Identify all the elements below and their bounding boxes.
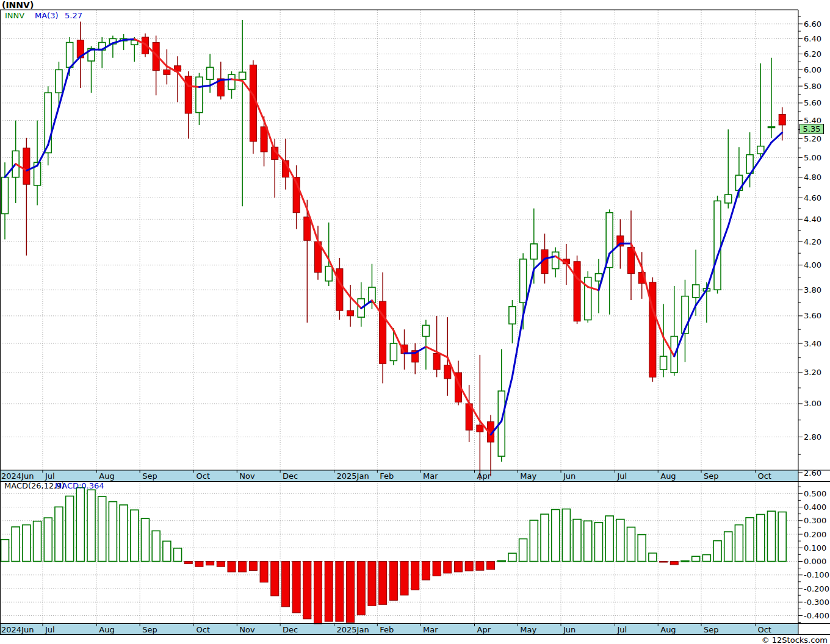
macd-bar-negative [465,562,473,571]
macd-bar-negative [411,562,419,590]
candle-down [574,262,580,321]
macd-bar-positive [34,521,42,562]
macd-bar-positive [692,556,700,561]
macd-bar-positive [767,511,775,561]
macd-bar-positive [541,514,549,561]
month-label: Nov [239,471,255,481]
macd-bar-positive [649,553,657,562]
month-label: Jul [45,471,55,481]
macd-bar-positive [23,525,31,562]
macd-bar-negative [379,562,387,605]
price-axis-label: 5.80 [804,82,821,91]
macd-legend-value: MACD:0.364 [55,481,104,490]
macd-bar-negative [336,562,344,622]
macd-bar-positive [616,520,624,562]
macd-bar-negative [660,562,668,563]
macd-axis-label: -0.400 [804,611,829,620]
macd-bar-positive [44,518,52,561]
price-axis-label: 4.60 [804,193,821,202]
copyright-watermark: © 12Stocks.com [762,635,828,644]
last-price-tag: 5.35 [799,124,824,134]
macd-bar-positive [55,507,63,561]
macd-axis-label: -0.100 [804,570,829,579]
ma3-line-segment [405,353,416,354]
candle-down [336,269,343,311]
macd-bar-positive [120,505,128,562]
candle-up [693,285,699,298]
macd-bar-negative [228,562,236,572]
price-axis-label: 5.00 [804,153,821,162]
month-label: Jul [616,625,627,634]
macd-bar-negative [389,562,397,601]
macd-axis-label: 0.500 [804,489,826,498]
candle-up [552,252,559,268]
month-label: Jun [563,625,576,634]
price-axis-label: 4.20 [804,237,821,246]
price-axis-label: 4.80 [804,173,821,182]
month-label: Aug [660,471,676,481]
month-label: 2024Jun [1,471,34,481]
price-axis-label: 6.20 [804,49,821,59]
macd-bar-positive [702,555,710,562]
macd-axis-label: 0.100 [804,543,826,553]
macd-bar-positive [141,518,149,561]
candle-down [477,425,483,432]
month-label: Jul [616,471,627,481]
candle-down [250,65,256,141]
macd-bar-negative [271,562,279,596]
month-label: Oct [757,471,771,481]
price-axis-label: 2.60 [804,468,821,478]
price-axis-label: 5.60 [804,98,821,107]
month-label: Aug [660,625,676,634]
macd-axis-label: 0.400 [804,503,826,512]
macd-bar-positive [746,518,754,562]
month-label: Aug [99,471,114,481]
macd-bar-positive [66,496,74,561]
macd-bar-negative [314,562,322,624]
macd-bar-positive [508,553,516,561]
macd-bar-negative [347,562,355,623]
macd-bar-negative [292,562,300,613]
macd-axis-label: 0.000 [804,557,826,566]
candle-up [239,72,246,79]
macd-bar-positive [681,561,689,562]
macd-bar-positive [174,548,182,562]
ma3-line-segment [189,86,200,87]
month-label: Apr [477,471,491,481]
macd-bar-positive [519,539,527,562]
month-label: Jul [45,625,55,634]
candle-up [2,177,9,214]
symbol-label: INNV [5,11,24,20]
month-label: Oct [757,625,771,634]
macd-axis-label: 0.200 [804,530,826,539]
macd-bar-positive [638,535,646,562]
macd-bar-positive [713,541,721,562]
candle-up [67,43,73,68]
macd-bar-positive [163,541,171,561]
macd-bar-positive [98,496,106,561]
month-label: Oct [197,471,210,481]
macd-bar-negative [249,562,257,571]
macd-bar-positive [778,512,786,562]
macd-bar-negative [444,562,452,573]
macd-bar-positive [87,490,95,561]
month-label: Dec [283,625,298,634]
macd-bar-negative [260,562,268,582]
candle-up [56,70,62,93]
price-axis-label: 3.40 [804,339,821,348]
macd-bar-negative [195,562,203,567]
macd-axis-label: -0.300 [804,598,829,607]
candle-down [347,310,354,316]
ma3-line-segment [771,132,782,142]
month-label: Jun [563,471,576,481]
month-label: Feb [380,471,394,481]
price-axis-label: 3.80 [804,285,821,295]
month-label: Dec [283,471,298,481]
candle-up [228,74,235,89]
month-label: Sep [704,471,719,481]
month-label: Apr [477,625,491,634]
macd-bar-negative [325,562,333,622]
price-axis-label: 6.40 [804,34,821,43]
candle-down [628,248,635,274]
candle-up [530,244,537,259]
